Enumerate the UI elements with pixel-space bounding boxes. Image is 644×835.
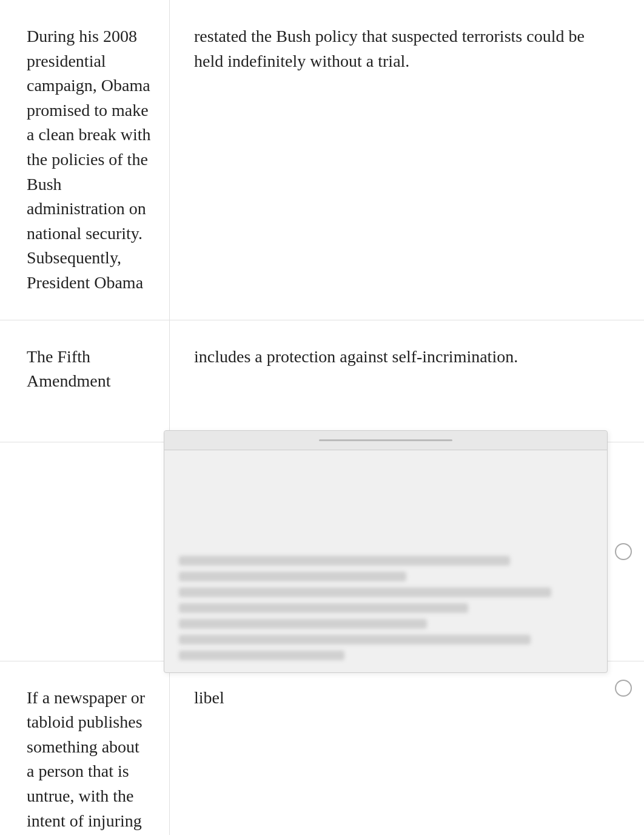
card-row-blurred [0,442,644,661]
flashcard-overlay[interactable] [164,430,608,673]
card-right-obama: restated the Bush policy that suspected … [170,0,644,320]
flashcard-header-line [319,439,452,441]
blur-line-5 [179,619,427,629]
card-question-obama: During his 2008 presidential campaign, O… [27,24,151,296]
card-right-libel: libel [170,661,644,835]
card-left-obama: During his 2008 presidential campaign, O… [0,0,170,320]
blur-line-3 [179,587,551,597]
page-container: During his 2008 presidential campaign, O… [0,0,644,835]
radio-button-libel[interactable] [615,680,632,697]
card-left-libel: If a newspaper or tabloid publishes some… [0,661,170,835]
blur-line-6 [179,635,531,644]
card-right-blurred [170,442,644,661]
blurred-lines-container [179,532,592,660]
card-left-fifth: The Fifth Amendment [0,320,170,442]
blur-line-1 [179,556,510,566]
card-row-obama: During his 2008 presidential campaign, O… [0,0,644,320]
blur-line-7 [179,651,344,660]
card-answer-fifth: includes a protection against self-incri… [194,345,518,370]
flashcard-header [164,431,607,450]
card-answer-libel: libel [194,686,224,711]
card-left-blurred [0,442,170,661]
card-right-fifth: includes a protection against self-incri… [170,320,644,442]
card-row-libel: If a newspaper or tabloid publishes some… [0,661,644,835]
card-row-fifth: The Fifth Amendment includes a protectio… [0,320,644,442]
blur-line-2 [179,572,406,581]
blur-line-4 [179,603,468,613]
card-question-libel: If a newspaper or tabloid publishes some… [27,686,151,835]
card-answer-obama: restated the Bush policy that suspected … [194,24,608,73]
radio-button-blurred[interactable] [615,543,632,560]
card-question-fifth: The Fifth Amendment [27,345,151,394]
